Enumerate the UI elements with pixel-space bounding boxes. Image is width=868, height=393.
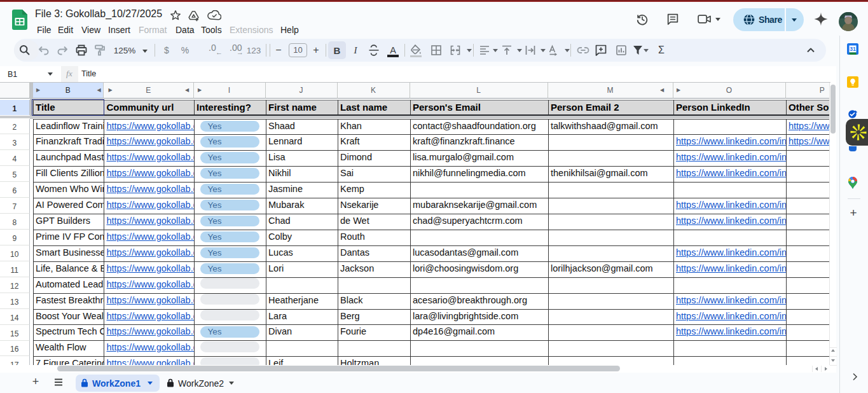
svg-text:31: 31 xyxy=(850,46,856,52)
